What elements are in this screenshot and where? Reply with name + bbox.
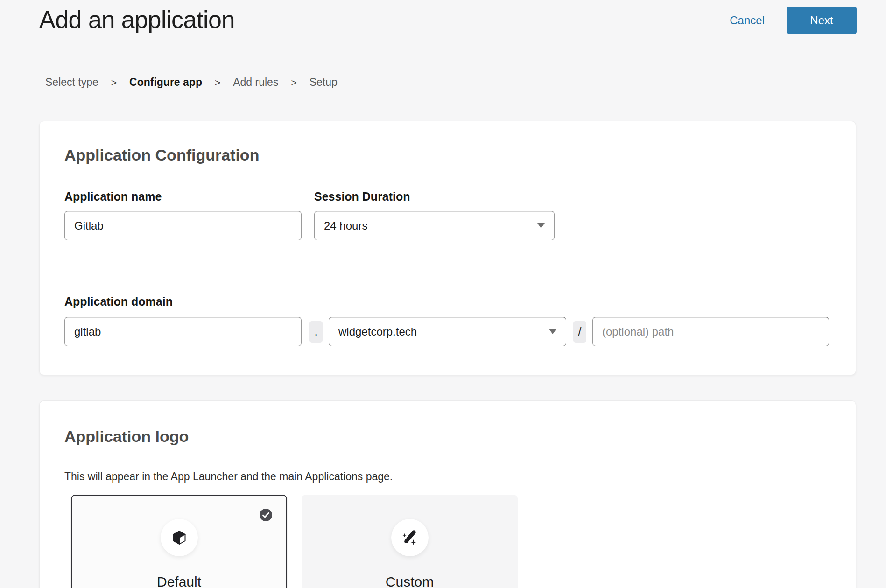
application-configuration-card: Application Configuration Application na…	[39, 121, 856, 375]
breadcrumb-step-add-rules[interactable]: Add rules	[233, 76, 278, 89]
logo-card-description: This will appear in the App Launcher and…	[64, 470, 829, 483]
logo-option-label: Custom	[386, 574, 434, 588]
slash-separator: /	[573, 321, 586, 343]
application-name-label: Application name	[64, 189, 302, 203]
paintbrush-icon	[401, 528, 419, 547]
logo-option-label: Default	[157, 574, 201, 588]
application-domain-label: Application domain	[64, 294, 829, 308]
application-name-input[interactable]	[64, 211, 302, 240]
dot-separator: .	[309, 321, 323, 343]
subdomain-input[interactable]	[64, 317, 302, 346]
name-session-row: Application name Session Duration 24 hou…	[64, 189, 829, 240]
cancel-button[interactable]: Cancel	[730, 14, 765, 27]
check-icon	[260, 509, 272, 521]
page-title: Add an application	[39, 7, 235, 33]
breadcrumb-separator: >	[111, 77, 117, 88]
breadcrumb: Select type > Configure app > Add rules …	[45, 76, 886, 89]
domain-select[interactable]: widgetcorp.tech	[329, 317, 566, 346]
logo-option-default[interactable]: Default	[71, 495, 287, 588]
logo-options: Default Custom	[71, 495, 829, 588]
application-name-field: Application name	[64, 189, 302, 240]
check-badge	[260, 509, 272, 521]
next-button[interactable]: Next	[787, 7, 857, 34]
application-domain-row: . widgetcorp.tech /	[64, 317, 829, 346]
header-actions: Cancel Next	[730, 7, 857, 34]
chevron-down-icon	[537, 223, 545, 228]
logo-option-custom[interactable]: Custom	[302, 495, 518, 588]
page-content: Application Configuration Application na…	[0, 121, 886, 588]
breadcrumb-separator: >	[215, 77, 220, 88]
custom-logo-circle	[391, 519, 429, 556]
session-duration-value: 24 hours	[324, 219, 367, 232]
breadcrumb-step-select-type[interactable]: Select type	[45, 76, 98, 89]
breadcrumb-step-setup[interactable]: Setup	[309, 76, 338, 89]
breadcrumb-separator: >	[291, 77, 296, 88]
session-duration-select[interactable]: 24 hours	[314, 211, 555, 240]
session-duration-label: Session Duration	[314, 189, 555, 203]
session-duration-field: Session Duration 24 hours	[314, 189, 555, 240]
page-header: Add an application Cancel Next	[0, 0, 886, 34]
cube-icon	[170, 529, 188, 546]
add-application-page: Add an application Cancel Next Select ty…	[0, 0, 886, 588]
breadcrumb-step-configure-app[interactable]: Configure app	[129, 76, 202, 89]
domain-select-value: widgetcorp.tech	[338, 325, 417, 338]
path-input[interactable]	[592, 317, 829, 346]
application-logo-card: Application logo This will appear in the…	[39, 400, 856, 588]
chevron-down-icon	[549, 329, 556, 334]
logo-card-title: Application logo	[64, 427, 829, 446]
configuration-card-title: Application Configuration	[64, 146, 829, 164]
default-logo-circle	[161, 519, 198, 556]
